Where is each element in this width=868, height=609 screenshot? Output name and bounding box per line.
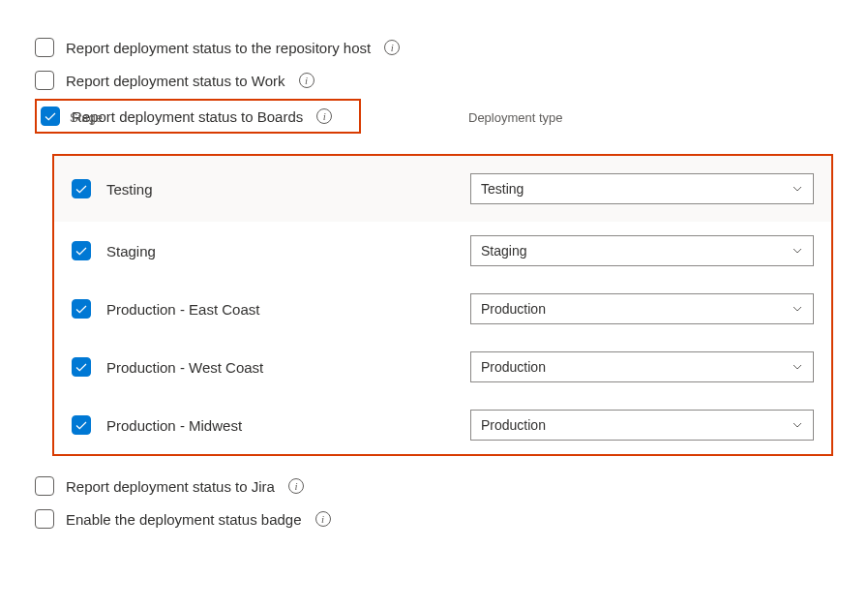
check-icon [75, 302, 88, 316]
chevron-down-icon [792, 419, 803, 431]
checkbox-stage-prod-midwest[interactable] [72, 415, 91, 435]
stage-name: Production - Midwest [106, 417, 470, 434]
checkbox-boards[interactable] [41, 107, 60, 126]
option-label-work: Report deployment status to Work [66, 73, 285, 89]
checkbox-jira[interactable] [35, 476, 54, 496]
checkbox-badge[interactable] [35, 509, 54, 529]
dropdown-deployment-type[interactable]: Staging [470, 235, 814, 266]
stage-row: Production - West Coast Production [54, 338, 831, 396]
stage-row: Production - East Coast Production [54, 280, 831, 338]
dropdown-label: Production [481, 417, 546, 433]
stage-row: Production - Midwest Production [54, 396, 831, 454]
option-label-jira: Report deployment status to Jira [66, 478, 275, 495]
dropdown-label: Staging [481, 243, 526, 259]
chevron-down-icon [792, 183, 803, 195]
chevron-down-icon [792, 361, 803, 373]
stage-name: Production - East Coast [106, 301, 470, 318]
option-row-repo-host: Report deployment status to the reposito… [35, 31, 833, 64]
check-icon [44, 109, 57, 123]
option-row-jira: Report deployment status to Jira i [35, 470, 833, 502]
option-label-repo-host: Report deployment status to the reposito… [66, 40, 371, 56]
info-icon[interactable]: i [384, 40, 400, 55]
checkbox-work[interactable] [35, 71, 54, 90]
option-label-badge: Enable the deployment status badge [66, 511, 302, 528]
option-row-work: Report deployment status to Work i [35, 64, 833, 97]
dropdown-deployment-type[interactable]: Production [470, 293, 814, 324]
info-icon[interactable]: i [299, 73, 314, 88]
dropdown-label: Production [481, 359, 546, 375]
checkbox-stage-staging[interactable] [72, 241, 91, 260]
dropdown-deployment-type[interactable]: Testing [470, 173, 814, 204]
stage-name: Testing [106, 181, 470, 198]
info-icon[interactable]: i [288, 478, 304, 494]
checkbox-stage-prod-west[interactable] [72, 357, 91, 377]
checkbox-repo-host[interactable] [35, 38, 54, 57]
header-stage: Stage [70, 110, 468, 125]
stage-row: Staging Staging [54, 222, 831, 280]
stage-row: Testing Testing [54, 156, 831, 222]
option-row-badge: Enable the deployment status badge i [35, 502, 833, 535]
dropdown-deployment-type[interactable]: Production [470, 351, 814, 382]
info-icon[interactable]: i [315, 511, 331, 527]
checkbox-stage-prod-east[interactable] [72, 299, 91, 319]
chevron-down-icon [792, 245, 803, 257]
check-icon [75, 360, 88, 374]
header-type: Deployment type [468, 110, 563, 125]
dropdown-label: Production [481, 301, 546, 317]
check-icon [75, 418, 88, 432]
stage-table: Testing Testing Staging Staging [52, 154, 833, 456]
dropdown-deployment-type[interactable]: Production [470, 410, 814, 441]
check-icon [75, 182, 88, 196]
checkbox-stage-testing[interactable] [72, 179, 91, 198]
check-icon [75, 244, 88, 258]
chevron-down-icon [792, 303, 803, 315]
stage-name: Staging [106, 243, 470, 259]
stage-name: Production - West Coast [106, 359, 470, 376]
dropdown-label: Testing [481, 181, 524, 197]
